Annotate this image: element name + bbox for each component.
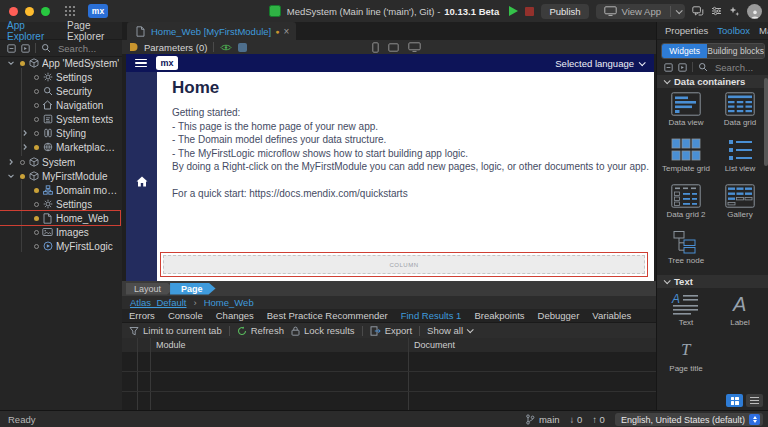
- avatar[interactable]: [747, 4, 762, 19]
- tree-item-images[interactable]: Images: [0, 225, 120, 239]
- tree-item-app-medsystem[interactable]: App 'MedSystem': [0, 56, 120, 70]
- explorer-search-input[interactable]: [56, 42, 120, 55]
- outgoing-commits[interactable]: ↑ 0: [592, 414, 605, 425]
- section-data-containers[interactable]: Data containers: [657, 75, 768, 88]
- toolbox-widget-list-view[interactable]: List view: [713, 137, 767, 180]
- preview-mode-icon[interactable]: [238, 43, 247, 52]
- toolbox-widget-template-grid[interactable]: Template grid: [659, 137, 713, 180]
- app-grid-icon[interactable]: [64, 5, 76, 17]
- chevron-right-icon[interactable]: [19, 129, 31, 137]
- tree-item-myfirstmodule[interactable]: MyFirstModule: [0, 169, 120, 183]
- close-window-button[interactable]: [9, 7, 18, 16]
- close-icon[interactable]: ×: [283, 26, 289, 37]
- grid-view-button[interactable]: [726, 394, 743, 407]
- maximize-window-button[interactable]: [41, 7, 50, 16]
- tab-page-explorer[interactable]: Page Explorer: [67, 20, 122, 42]
- tree-item-styling[interactable]: Styling: [0, 126, 120, 140]
- eye-icon[interactable]: [220, 43, 232, 52]
- section-text[interactable]: Text: [657, 275, 768, 288]
- microflow-icon: [41, 241, 54, 251]
- refresh-button[interactable]: Refresh: [237, 325, 284, 336]
- subtab-widgets[interactable]: Widgets: [662, 44, 707, 58]
- chevron-right-icon[interactable]: [5, 158, 17, 166]
- breadcrumb-atlas-default[interactable]: Atlas_Default: [130, 297, 187, 308]
- expand-all-icon[interactable]: [678, 63, 687, 72]
- tab-errors[interactable]: Errors: [129, 310, 155, 321]
- toolbox-widget-data-grid-2[interactable]: Data grid 2: [659, 183, 713, 226]
- language-picker[interactable]: English, United States (default): [615, 413, 763, 426]
- tab-app-explorer[interactable]: App Explorer: [7, 20, 57, 42]
- breadcrumb-home-web[interactable]: Home_Web: [204, 297, 254, 308]
- tab-marketplace[interactable]: Marketplace: [759, 25, 768, 36]
- view-app-dropdown[interactable]: [676, 7, 683, 14]
- hamburger-menu-icon[interactable]: [135, 57, 147, 70]
- collapse-all-icon[interactable]: [664, 63, 673, 72]
- chevron-down-icon[interactable]: [5, 172, 17, 180]
- tree-item-domain-model[interactable]: Domain model: [0, 183, 120, 197]
- page-canvas[interactable]: mx Selected language Home Getting starte…: [126, 54, 654, 281]
- document-tab-home-web[interactable]: Home_Web [MyFirstModule] ● ×: [127, 22, 296, 40]
- tab-layout[interactable]: Layout: [126, 283, 174, 295]
- tab-breakpoints[interactable]: Breakpoints: [474, 310, 524, 321]
- ai-sparkles-icon[interactable]: [729, 6, 740, 17]
- toolbox-widget-text[interactable]: A Text: [659, 291, 713, 334]
- stop-button[interactable]: [525, 7, 534, 16]
- scrollbar[interactable]: [764, 78, 768, 166]
- preferences-icon[interactable]: [711, 6, 722, 16]
- tab-console[interactable]: Console: [168, 310, 203, 321]
- parameters-bar: Parameters (0): [122, 40, 656, 54]
- tree-item-navigation[interactable]: Navigation: [0, 98, 120, 112]
- chevron-down-icon[interactable]: [5, 59, 17, 67]
- view-app-button[interactable]: View App: [596, 4, 685, 19]
- feedback-icon[interactable]: [692, 6, 704, 17]
- toolbox-search-input[interactable]: [713, 61, 765, 74]
- toolbox-widget-tree-node[interactable]: Tree node: [659, 229, 713, 272]
- export-button[interactable]: Export: [370, 325, 412, 336]
- branch-indicator[interactable]: main: [525, 414, 560, 425]
- incoming-commits[interactable]: ↓ 0: [570, 414, 583, 425]
- home-icon[interactable]: [136, 81, 148, 281]
- tab-variables[interactable]: Variables: [592, 310, 631, 321]
- collapse-all-icon[interactable]: [7, 44, 16, 53]
- tree-item-security[interactable]: Security: [0, 84, 120, 98]
- tab-properties[interactable]: Properties: [665, 25, 708, 36]
- toolbox-widget-label[interactable]: A Label: [713, 291, 767, 334]
- list-view-button[interactable]: [746, 394, 763, 407]
- chevron-right-icon[interactable]: [19, 143, 31, 151]
- tab-changes[interactable]: Changes: [216, 310, 254, 321]
- tree-item-settings[interactable]: Settings: [0, 70, 120, 84]
- parameters-label[interactable]: Parameters (0): [144, 42, 207, 53]
- tablet-view-icon[interactable]: [388, 43, 399, 52]
- toolbox-widget-gallery[interactable]: Gallery: [713, 183, 767, 226]
- domain-model-icon: [41, 185, 54, 195]
- tab-best-practice-recommender[interactable]: Best Practice Recommender: [267, 310, 388, 321]
- tree-item-system-texts[interactable]: System texts: [0, 112, 120, 126]
- publish-button[interactable]: Publish: [541, 4, 588, 19]
- lock-results-button[interactable]: Lock results: [291, 325, 355, 336]
- tab-page[interactable]: Page: [170, 283, 216, 295]
- tree-item-system[interactable]: System: [0, 155, 120, 169]
- subtab-building-blocks[interactable]: Building blocks: [707, 44, 764, 58]
- column-document[interactable]: Document: [414, 340, 455, 350]
- tab-debugger[interactable]: Debugger: [538, 310, 580, 321]
- expand-all-icon[interactable]: [21, 44, 30, 53]
- tab-toolbox[interactable]: Toolbox: [717, 25, 750, 36]
- tree-item-marketplace-modules[interactable]: Marketplace modules: [0, 140, 120, 154]
- tree-item-myfirstlogic[interactable]: MyFirstLogic: [0, 239, 120, 253]
- run-button[interactable]: [509, 6, 518, 16]
- lock-icon: [291, 326, 300, 336]
- column-widget[interactable]: COLUMN: [163, 255, 645, 274]
- column-module[interactable]: Module: [156, 340, 186, 350]
- phone-view-icon[interactable]: [372, 42, 379, 53]
- toolbox-widget-data-view[interactable]: Data view: [659, 91, 713, 134]
- show-all-dropdown[interactable]: Show all: [427, 325, 472, 336]
- tab-find-results-1[interactable]: Find Results 1: [401, 310, 462, 321]
- limit-to-current-tab-button[interactable]: Limit to current tab: [129, 325, 222, 336]
- tree-item-module-settings[interactable]: Settings: [0, 197, 120, 211]
- toolbox-widget-page-title[interactable]: T Page title: [659, 337, 713, 380]
- tree-item-home-web-selected[interactable]: Home_Web: [0, 211, 120, 225]
- language-selector[interactable]: Selected language: [555, 54, 644, 72]
- toolbox-widget-data-grid[interactable]: Data grid: [713, 91, 767, 134]
- minimize-window-button[interactable]: [25, 7, 34, 16]
- desktop-view-icon[interactable]: [408, 42, 421, 52]
